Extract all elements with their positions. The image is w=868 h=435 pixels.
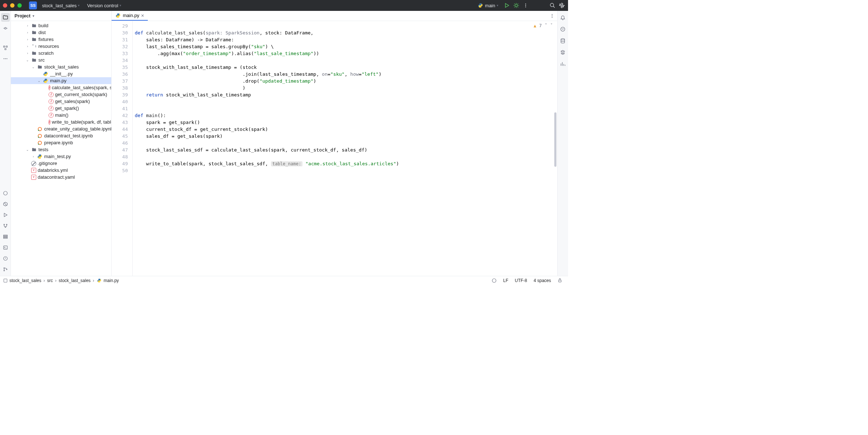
svg-rect-37	[559, 280, 562, 282]
python-icon	[477, 2, 484, 9]
module-icon	[4, 279, 7, 282]
run-tool-button[interactable]	[1, 211, 10, 219]
tree-file-maintest[interactable]: ›main_test.py	[11, 153, 111, 160]
python-icon	[96, 278, 102, 283]
folder-icon	[31, 50, 37, 56]
tree-folder-fixtures[interactable]: ›fixtures	[11, 36, 111, 43]
settings-button[interactable]	[559, 2, 565, 9]
tree-folder-src[interactable]: ⌄src	[11, 57, 111, 63]
search-button[interactable]	[549, 2, 556, 9]
svg-point-29	[38, 136, 39, 138]
tree-folder-tests[interactable]: ⌄tests	[11, 146, 111, 153]
folder-icon	[31, 44, 37, 49]
python-icon	[43, 71, 49, 77]
debug-button[interactable]	[513, 2, 519, 9]
python-console-button[interactable]	[1, 189, 10, 198]
tree-nb-prepare[interactable]: prepare.ipynb	[11, 139, 111, 146]
tree-file-dbyml[interactable]: Ydatabricks.yml	[11, 167, 111, 174]
tree-folder-pkg[interactable]: ⌄stock_last_sales	[11, 63, 111, 70]
tree-folder-build[interactable]: ›build	[11, 22, 111, 29]
svg-point-33	[552, 15, 552, 16]
jupyter-icon	[37, 133, 43, 139]
tree-nb-create[interactable]: create_unity_catalog_table.ipynb	[11, 125, 111, 132]
line-ending-picker[interactable]: LF	[501, 278, 510, 283]
svg-rect-21	[3, 246, 7, 249]
project-tree[interactable]: ›build ›dist ›fixtures ›resources ›scrat…	[11, 21, 111, 276]
code-content[interactable]: def calculate_last_sales(spark: SparkSes…	[133, 21, 557, 276]
svg-point-10	[3, 58, 4, 59]
close-tab-button[interactable]: ×	[141, 13, 144, 18]
close-window-button[interactable]	[3, 3, 7, 8]
project-panel: Project ▾ ›build ›dist ›fixtures ›resour…	[11, 11, 112, 276]
svg-rect-9	[5, 49, 6, 50]
project-panel-header[interactable]: Project ▾	[11, 11, 111, 21]
svg-point-5	[561, 5, 563, 6]
tree-fn-calc[interactable]: fcalculate_last_sales(spark, stock	[11, 84, 111, 91]
svg-point-1	[525, 4, 526, 4]
maximize-window-button[interactable]	[17, 3, 22, 8]
jupyter-icon	[37, 140, 43, 146]
folder-icon	[31, 37, 37, 42]
chevron-right-icon: ›	[55, 278, 57, 283]
terminal-tool-button[interactable]	[1, 243, 10, 252]
run-button[interactable]	[504, 2, 510, 9]
git-tool-button[interactable]	[1, 265, 10, 274]
code-editor[interactable]: ▲ 7 ˆ ˇ 29303132333435363738394041424344…	[112, 21, 557, 276]
tree-file-init[interactable]: __init__.py	[11, 70, 111, 77]
ai-status-icon[interactable]	[489, 278, 499, 283]
tree-file-main[interactable]: ⌄main.py	[11, 77, 111, 84]
problems-tool-button[interactable]	[1, 254, 10, 263]
project-tool-button[interactable]	[1, 13, 10, 22]
tree-fn-getsales[interactable]: fget_sales(spark)	[11, 98, 111, 105]
tree-folder-scratch[interactable]: ›scratch	[11, 50, 111, 57]
svg-point-32	[552, 14, 552, 14]
readonly-toggle[interactable]	[555, 278, 564, 283]
breadcrumb-pkg[interactable]: stock_last_sales	[59, 278, 91, 283]
ai-assistant-button[interactable]	[559, 25, 567, 33]
tab-main-py[interactable]: main.py ×	[112, 11, 148, 21]
editor-tabs: main.py ×	[112, 11, 557, 21]
vcs-menu[interactable]: Version control ▾	[85, 1, 124, 10]
prev-issue-button[interactable]: ˆ	[545, 23, 547, 28]
svg-point-35	[561, 38, 565, 40]
minimize-window-button[interactable]	[10, 3, 14, 8]
tree-fn-main[interactable]: fmain()	[11, 112, 111, 119]
breadcrumb-file[interactable]: main.py	[96, 278, 119, 283]
breadcrumb-src[interactable]: src	[47, 278, 53, 283]
line-number-gutter: 2930313233343536373839404142434445464748…	[112, 21, 133, 276]
database-tool-button[interactable]	[559, 36, 567, 45]
yaml-icon: Y	[31, 175, 36, 180]
warning-icon: ▲	[534, 23, 536, 28]
inspection-summary[interactable]: ▲ 7 ˆ ˇ	[534, 23, 553, 28]
folder-icon	[31, 57, 37, 63]
more-tools-button[interactable]	[1, 54, 10, 63]
databricks-tool-button[interactable]	[559, 48, 567, 57]
indent-picker[interactable]: 4 spaces	[531, 278, 553, 283]
tree-file-gitignore[interactable]: .gitignore	[11, 160, 111, 167]
coverage-tool-button[interactable]	[559, 59, 567, 68]
project-picker[interactable]: stock_last_sales ▾	[40, 1, 82, 10]
breadcrumb-root[interactable]: stock_last_sales	[9, 278, 41, 283]
svg-rect-19	[3, 236, 7, 237]
structure-tool-button[interactable]	[1, 44, 10, 52]
git-branch-button[interactable]	[1, 221, 10, 230]
editor-scrollbar[interactable]	[554, 21, 557, 276]
gitignore-icon	[31, 161, 36, 166]
tabs-menu-button[interactable]	[547, 11, 557, 21]
tree-folder-resources[interactable]: ›resources	[11, 43, 111, 50]
services-tool-button[interactable]	[1, 232, 10, 241]
tree-nb-dctest[interactable]: datacontract_test.ipynb	[11, 132, 111, 139]
notifications-button[interactable]	[559, 13, 567, 22]
tree-folder-dist[interactable]: ›dist	[11, 29, 111, 36]
tree-fn-write[interactable]: fwrite_to_table(spark, df, table_n	[11, 119, 111, 125]
next-issue-button[interactable]: ˇ	[550, 23, 553, 28]
tree-fn-getstock[interactable]: fget_current_stock(spark)	[11, 91, 111, 98]
python-packages-button[interactable]	[1, 200, 10, 208]
tree-fn-getspark[interactable]: fget_spark()	[11, 105, 111, 112]
run-config-picker[interactable]: main ▾	[475, 1, 501, 10]
svg-point-27	[38, 129, 39, 131]
commit-tool-button[interactable]	[1, 24, 10, 33]
tree-file-dcyaml[interactable]: Ydatacontract.yaml	[11, 174, 111, 181]
more-menu[interactable]	[522, 2, 529, 9]
encoding-picker[interactable]: UTF-8	[513, 278, 529, 283]
